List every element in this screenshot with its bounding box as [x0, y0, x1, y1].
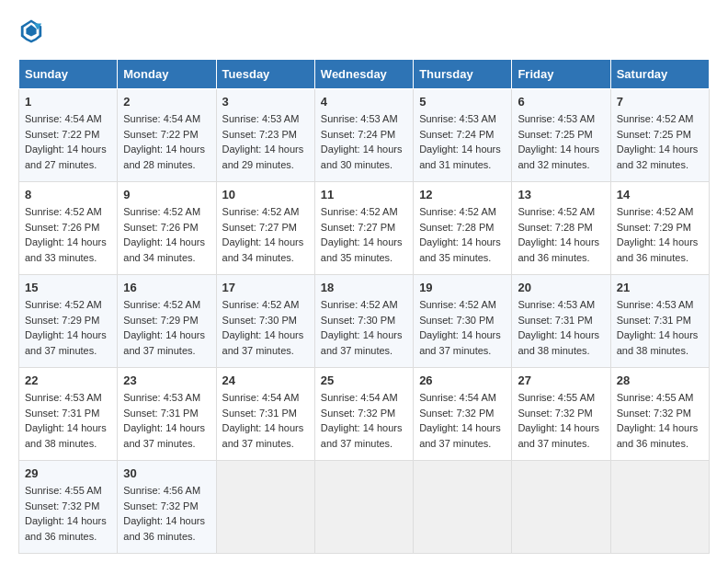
- day-number: 2: [123, 95, 210, 109]
- day-info: Sunrise: 4:54 AM Sunset: 7:22 PM Dayligh…: [25, 111, 111, 172]
- day-info: Sunrise: 4:52 AM Sunset: 7:29 PM Dayligh…: [123, 297, 210, 358]
- day-cell-13: 13 Sunrise: 4:52 AM Sunset: 7:28 PM Dayl…: [512, 182, 610, 275]
- day-number: 14: [617, 188, 703, 201]
- day-info: Sunrise: 4:53 AM Sunset: 7:31 PM Dayligh…: [617, 297, 703, 358]
- logo: [18, 18, 48, 44]
- day-cell-21: 21 Sunrise: 4:53 AM Sunset: 7:31 PM Dayl…: [610, 275, 709, 368]
- day-cell-30: 30 Sunrise: 4:56 AM Sunset: 7:32 PM Dayl…: [118, 461, 216, 554]
- logo-icon: [18, 18, 44, 44]
- header-sunday: Sunday: [19, 60, 118, 89]
- calendar-week-1: 1 Sunrise: 4:54 AM Sunset: 7:22 PM Dayli…: [19, 89, 710, 182]
- day-number: 9: [123, 188, 210, 201]
- day-cell-26: 26 Sunrise: 4:54 AM Sunset: 7:32 PM Dayl…: [414, 368, 512, 461]
- day-cell-10: 10 Sunrise: 4:52 AM Sunset: 7:27 PM Dayl…: [216, 182, 314, 275]
- day-cell-8: 8 Sunrise: 4:52 AM Sunset: 7:26 PM Dayli…: [19, 182, 118, 275]
- day-info: Sunrise: 4:52 AM Sunset: 7:28 PM Dayligh…: [419, 204, 506, 265]
- day-cell-18: 18 Sunrise: 4:52 AM Sunset: 7:30 PM Dayl…: [314, 275, 413, 368]
- day-cell-27: 27 Sunrise: 4:55 AM Sunset: 7:32 PM Dayl…: [512, 368, 610, 461]
- header-monday: Monday: [118, 60, 216, 89]
- day-info: Sunrise: 4:53 AM Sunset: 7:24 PM Dayligh…: [419, 111, 506, 172]
- day-cell-4: 4 Sunrise: 4:53 AM Sunset: 7:24 PM Dayli…: [314, 89, 413, 182]
- day-number: 11: [321, 188, 407, 201]
- day-number: 26: [419, 373, 506, 387]
- day-cell-29: 29 Sunrise: 4:55 AM Sunset: 7:32 PM Dayl…: [19, 461, 118, 554]
- day-cell-19: 19 Sunrise: 4:52 AM Sunset: 7:30 PM Dayl…: [414, 275, 512, 368]
- header-wednesday: Wednesday: [314, 60, 413, 89]
- day-info: Sunrise: 4:53 AM Sunset: 7:25 PM Dayligh…: [518, 111, 604, 172]
- day-info: Sunrise: 4:52 AM Sunset: 7:26 PM Dayligh…: [123, 204, 210, 265]
- day-cell-16: 16 Sunrise: 4:52 AM Sunset: 7:29 PM Dayl…: [118, 275, 216, 368]
- day-number: 3: [222, 95, 309, 109]
- day-info: Sunrise: 4:52 AM Sunset: 7:28 PM Dayligh…: [518, 204, 604, 265]
- day-number: 19: [419, 281, 506, 294]
- day-info: Sunrise: 4:53 AM Sunset: 7:23 PM Dayligh…: [222, 111, 309, 172]
- day-number: 13: [518, 188, 604, 201]
- day-number: 20: [518, 281, 604, 294]
- day-cell-25: 25 Sunrise: 4:54 AM Sunset: 7:32 PM Dayl…: [314, 368, 413, 461]
- day-info: Sunrise: 4:55 AM Sunset: 7:32 PM Dayligh…: [617, 390, 703, 451]
- page-header: [18, 18, 710, 44]
- day-number: 16: [123, 281, 210, 294]
- day-cell-3: 3 Sunrise: 4:53 AM Sunset: 7:23 PM Dayli…: [216, 89, 314, 182]
- day-cell-20: 20 Sunrise: 4:53 AM Sunset: 7:31 PM Dayl…: [512, 275, 610, 368]
- day-number: 30: [123, 466, 210, 480]
- empty-cell: [512, 461, 610, 554]
- day-number: 10: [222, 188, 309, 201]
- day-number: 15: [25, 281, 111, 294]
- day-number: 29: [25, 466, 111, 480]
- empty-cell: [216, 461, 314, 554]
- day-cell-5: 5 Sunrise: 4:53 AM Sunset: 7:24 PM Dayli…: [414, 89, 512, 182]
- day-info: Sunrise: 4:52 AM Sunset: 7:30 PM Dayligh…: [222, 297, 309, 358]
- day-info: Sunrise: 4:54 AM Sunset: 7:22 PM Dayligh…: [123, 111, 210, 172]
- day-number: 22: [25, 373, 111, 387]
- day-number: 5: [419, 95, 506, 109]
- day-number: 21: [617, 281, 703, 294]
- day-info: Sunrise: 4:52 AM Sunset: 7:30 PM Dayligh…: [419, 297, 506, 358]
- day-number: 12: [419, 188, 506, 201]
- day-number: 23: [123, 373, 210, 387]
- empty-cell: [610, 461, 709, 554]
- day-info: Sunrise: 4:52 AM Sunset: 7:27 PM Dayligh…: [321, 204, 407, 265]
- day-number: 8: [25, 188, 111, 201]
- calendar-table: SundayMondayTuesdayWednesdayThursdayFrid…: [18, 59, 710, 554]
- day-info: Sunrise: 4:53 AM Sunset: 7:31 PM Dayligh…: [123, 390, 210, 451]
- day-info: Sunrise: 4:55 AM Sunset: 7:32 PM Dayligh…: [518, 390, 604, 451]
- calendar-header-row: SundayMondayTuesdayWednesdayThursdayFrid…: [19, 60, 710, 89]
- day-cell-15: 15 Sunrise: 4:52 AM Sunset: 7:29 PM Dayl…: [19, 275, 118, 368]
- day-number: 25: [321, 373, 407, 387]
- day-number: 24: [222, 373, 309, 387]
- header-tuesday: Tuesday: [216, 60, 314, 89]
- empty-cell: [314, 461, 413, 554]
- day-info: Sunrise: 4:53 AM Sunset: 7:24 PM Dayligh…: [321, 111, 407, 172]
- day-number: 18: [321, 281, 407, 294]
- header-thursday: Thursday: [414, 60, 512, 89]
- day-info: Sunrise: 4:52 AM Sunset: 7:29 PM Dayligh…: [617, 204, 703, 265]
- day-number: 1: [25, 95, 111, 109]
- header-friday: Friday: [512, 60, 610, 89]
- day-info: Sunrise: 4:55 AM Sunset: 7:32 PM Dayligh…: [25, 483, 111, 544]
- day-cell-22: 22 Sunrise: 4:53 AM Sunset: 7:31 PM Dayl…: [19, 368, 118, 461]
- day-number: 6: [518, 95, 604, 109]
- day-cell-23: 23 Sunrise: 4:53 AM Sunset: 7:31 PM Dayl…: [118, 368, 216, 461]
- calendar-week-2: 8 Sunrise: 4:52 AM Sunset: 7:26 PM Dayli…: [19, 182, 710, 275]
- day-cell-6: 6 Sunrise: 4:53 AM Sunset: 7:25 PM Dayli…: [512, 89, 610, 182]
- empty-cell: [414, 461, 512, 554]
- day-number: 27: [518, 373, 604, 387]
- day-info: Sunrise: 4:54 AM Sunset: 7:32 PM Dayligh…: [419, 390, 506, 451]
- day-number: 4: [321, 95, 407, 109]
- day-info: Sunrise: 4:53 AM Sunset: 7:31 PM Dayligh…: [25, 390, 111, 451]
- day-info: Sunrise: 4:52 AM Sunset: 7:26 PM Dayligh…: [25, 204, 111, 265]
- calendar-week-3: 15 Sunrise: 4:52 AM Sunset: 7:29 PM Dayl…: [19, 275, 710, 368]
- day-cell-1: 1 Sunrise: 4:54 AM Sunset: 7:22 PM Dayli…: [19, 89, 118, 182]
- day-cell-2: 2 Sunrise: 4:54 AM Sunset: 7:22 PM Dayli…: [118, 89, 216, 182]
- day-number: 28: [617, 373, 703, 387]
- calendar-week-5: 29 Sunrise: 4:55 AM Sunset: 7:32 PM Dayl…: [19, 461, 710, 554]
- day-number: 17: [222, 281, 309, 294]
- day-cell-28: 28 Sunrise: 4:55 AM Sunset: 7:32 PM Dayl…: [610, 368, 709, 461]
- day-info: Sunrise: 4:52 AM Sunset: 7:30 PM Dayligh…: [321, 297, 407, 358]
- day-number: 7: [617, 95, 703, 109]
- day-cell-12: 12 Sunrise: 4:52 AM Sunset: 7:28 PM Dayl…: [414, 182, 512, 275]
- day-info: Sunrise: 4:52 AM Sunset: 7:27 PM Dayligh…: [222, 204, 309, 265]
- day-cell-14: 14 Sunrise: 4:52 AM Sunset: 7:29 PM Dayl…: [610, 182, 709, 275]
- day-info: Sunrise: 4:54 AM Sunset: 7:32 PM Dayligh…: [321, 390, 407, 451]
